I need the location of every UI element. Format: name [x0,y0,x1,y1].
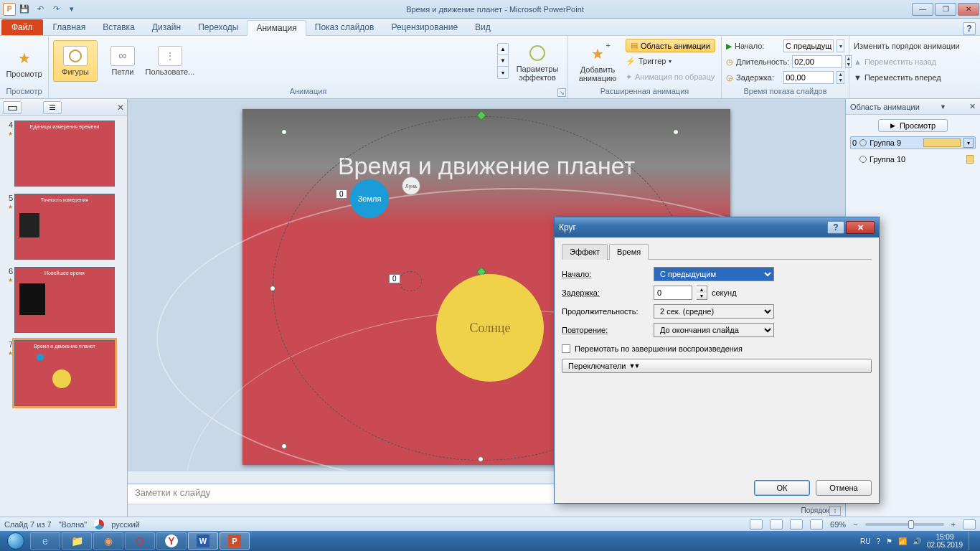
gallery-custom[interactable]: ⋮ Пользовате... [148,40,192,82]
reorder-icon[interactable]: ↕ [829,506,841,516]
thumb-close-icon[interactable]: ✕ [117,103,124,113]
gallery-down-icon[interactable]: ▼ [498,55,508,67]
tab-slideshow[interactable]: Показ слайдов [306,19,383,35]
shape-moon[interactable]: Луна [402,176,420,195]
redo-icon[interactable]: ↷ [49,2,63,17]
view-sorter-icon[interactable] [770,519,783,529]
gallery-shapes[interactable]: Фигуры [53,40,98,82]
gallery-scroll[interactable]: ▲ ▼ ▾ [497,43,509,79]
gallery-loops[interactable]: ∞ Петли [100,40,145,82]
shape-earth[interactable]: Земля [350,179,389,218]
thumb-4[interactable]: 4★ Единицы измерения времени [1,121,126,187]
thumb-7[interactable]: 7★ Время и движение планет [1,340,126,406]
anim-item-group9[interactable]: 0 Группа 9 ▾ [850,136,976,149]
zoom-percent[interactable]: 69% [830,520,846,529]
dialog-launcher-icon[interactable]: ↘ [557,88,566,97]
tab-insert[interactable]: Вставка [94,19,143,35]
preview-button[interactable]: ★ Просмотр [4,37,44,87]
timing-start-input[interactable] [783,39,834,52]
file-tab[interactable]: Файл [1,19,43,35]
zoom-knob[interactable] [908,520,914,529]
thumb-view-slides[interactable]: ▭ [3,101,22,114]
view-reading-icon[interactable] [790,519,803,529]
task-explorer[interactable]: 📁 [62,532,92,550]
dialog-triggers-toggle[interactable]: Переключатели ▼▼ [562,359,872,373]
task-wmp[interactable]: ◉ [93,532,123,550]
chevron-down-icon[interactable]: ▼ [940,103,946,110]
tab-animations[interactable]: Анимация [247,20,306,36]
dialog-close-icon[interactable]: ✕ [846,221,875,234]
tab-home[interactable]: Главная [44,19,95,35]
qat-customize-icon[interactable]: ▾ [65,2,79,17]
dialog-titlebar[interactable]: Круг ? ✕ [555,217,879,237]
animation-pane-toggle[interactable]: ▤ Область анимации [626,39,715,52]
zoom-slider[interactable] [865,523,944,526]
timing-duration-input[interactable] [792,55,842,68]
dialog-ok-button[interactable]: ОК [754,480,810,496]
task-opera[interactable]: O [125,532,155,550]
tray-help-icon[interactable]: ? [876,537,880,545]
anim-tag-earth[interactable]: 0 [336,189,347,199]
checkbox-icon[interactable] [562,344,570,353]
thumb-list[interactable]: 4★ Единицы измерения времени 5★ Точность… [0,116,127,517]
gallery-more-icon[interactable]: ▾ [498,67,508,78]
spinner-icon[interactable]: ▲▼ [837,71,844,84]
dialog-tab-timing[interactable]: Время [609,244,649,260]
tray-volume-icon[interactable]: 🔊 [913,537,921,545]
effect-options-button[interactable]: Параметры эффектов [512,40,563,83]
thumb-6[interactable]: 6★ Новейшее время [1,267,126,333]
tray-flag-icon[interactable]: ⚑ [886,537,892,545]
dialog-duration-select[interactable]: 2 сек. (средне) [654,304,774,319]
status-spellcheck-icon[interactable] [94,519,104,529]
tray-lang[interactable]: RU [860,537,870,545]
restore-button[interactable]: ❐ [935,3,956,16]
thumb-view-outline[interactable]: ≡ [43,101,62,114]
thumb-5[interactable]: 5★ Точность измерения [1,194,126,260]
ribbon-help-icon[interactable]: ? [963,22,976,35]
add-animation-button[interactable]: ★+ Добавить анимацию [573,37,623,87]
shape-sun[interactable]: Солнце [436,274,544,382]
close-button[interactable]: ✕ [958,3,979,16]
tray-network-icon[interactable]: 📶 [898,537,907,545]
dialog-delay-input[interactable] [654,286,692,300]
start-button[interactable] [3,532,29,550]
dialog-start-select[interactable]: С предыдущим [654,267,774,281]
tab-transitions[interactable]: Переходы [189,19,247,35]
dialog-tab-effect[interactable]: Эффект [562,244,608,260]
dialog-repeat-select[interactable]: До окончания слайда [654,323,774,337]
undo-icon[interactable]: ↶ [33,2,47,17]
motion-path-small[interactable] [399,271,422,291]
zoom-in-icon[interactable]: + [951,520,956,529]
anim-item-group10[interactable]: Группа 10 [850,154,976,165]
gallery-up-icon[interactable]: ▲ [498,44,508,55]
tab-design[interactable]: Дизайн [143,19,189,35]
task-word[interactable]: W [188,532,218,550]
anim-tag-small[interactable]: 0 [389,274,400,283]
tab-view[interactable]: Вид [466,19,499,35]
dialog-rewind-checkbox[interactable]: Перемотать по завершении воспроизведения [562,344,872,353]
view-normal-icon[interactable] [750,519,763,529]
anim-play-button[interactable]: ▶ Просмотр [878,119,948,132]
status-language[interactable]: русский [111,520,139,529]
task-ie[interactable]: e [30,532,60,550]
save-icon[interactable]: 💾 [17,2,32,17]
minimize-button[interactable]: ― [912,3,933,16]
powerpoint-app-icon[interactable]: P [3,3,16,16]
zoom-out-icon[interactable]: − [853,520,857,529]
show-desktop-button[interactable] [969,532,974,550]
dialog-cancel-button[interactable]: Отмена [816,480,872,496]
task-powerpoint[interactable]: P [220,532,250,550]
task-yandex[interactable]: Y [156,532,187,550]
tab-review[interactable]: Рецензирование [382,19,466,35]
timeline-bar[interactable] [923,138,961,147]
item-menu-icon[interactable]: ▾ [963,138,974,148]
timeline-bar[interactable] [966,155,974,164]
delay-spinner[interactable]: ▲▼ [697,286,707,300]
fit-to-window-icon[interactable] [963,519,976,529]
view-slideshow-icon[interactable] [810,519,823,529]
pane-close-icon[interactable]: ✕ [969,102,976,111]
chevron-down-icon[interactable]: ▾ [837,39,844,52]
move-later-button[interactable]: ▼Переместить вперед [854,70,976,85]
dialog-help-icon[interactable]: ? [827,221,844,234]
timing-delay-input[interactable] [783,71,834,84]
